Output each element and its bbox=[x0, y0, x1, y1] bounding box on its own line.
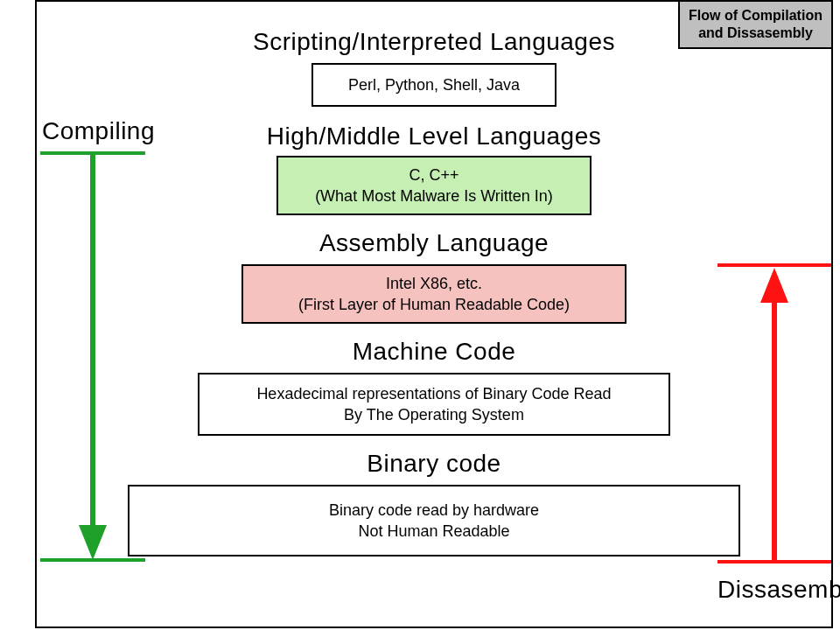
heading-binary: Binary code bbox=[367, 450, 500, 478]
heading-assembly: Assembly Language bbox=[319, 229, 549, 257]
heading-machine: Machine Code bbox=[353, 338, 516, 366]
box-binary-line1: Binary code read by hardware bbox=[329, 500, 539, 521]
box-binary-line2: Not Human Readable bbox=[358, 521, 509, 542]
svg-marker-2 bbox=[79, 525, 107, 560]
box-assembly-line1: Intel X86, etc. bbox=[386, 273, 482, 294]
box-highlevel-line1: C, C++ bbox=[409, 164, 458, 186]
arrow-compiling-icon bbox=[40, 150, 145, 570]
box-binary: Binary code read by hardware Not Human R… bbox=[128, 485, 740, 556]
heading-scripting: Scripting/Interpreted Languages bbox=[253, 28, 615, 56]
box-highlevel-line2: (What Most Malware Is Written In) bbox=[315, 186, 553, 206]
diagram-frame: Flow of Compilation and Dissasembly Scri… bbox=[35, 0, 833, 628]
heading-highlevel: High/Middle Level Languages bbox=[267, 122, 601, 150]
box-machine-line2: By The Operating System bbox=[344, 404, 524, 425]
legend-line2: and Dissasembly bbox=[698, 25, 813, 40]
legend-line1: Flow of Compilation bbox=[689, 8, 822, 23]
box-assembly: Intel X86, etc. (First Layer of Human Re… bbox=[242, 264, 626, 324]
box-highlevel: C, C++ (What Most Malware Is Written In) bbox=[276, 156, 592, 215]
label-compiling: Compiling bbox=[42, 117, 155, 145]
label-disassemble: Dissasemble bbox=[718, 576, 840, 604]
box-assembly-line2: (First Layer of Human Readable Code) bbox=[298, 294, 570, 315]
box-scripting-line1: Perl, Python, Shell, Java bbox=[348, 74, 520, 95]
legend-box: Flow of Compilation and Dissasembly bbox=[678, 2, 831, 49]
box-machine: Hexadecimal representations of Binary Co… bbox=[198, 373, 670, 436]
box-machine-line1: Hexadecimal representations of Binary Co… bbox=[256, 383, 611, 404]
arrow-disassemble-icon bbox=[718, 262, 831, 567]
box-scripting: Perl, Python, Shell, Java bbox=[312, 63, 556, 107]
svg-marker-5 bbox=[760, 268, 788, 303]
